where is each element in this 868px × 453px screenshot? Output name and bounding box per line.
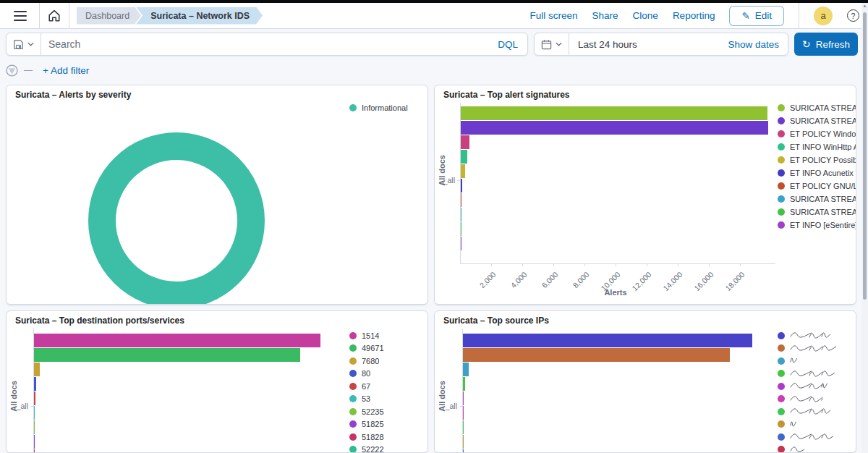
avatar[interactable]: a bbox=[814, 7, 833, 25]
bar-segment[interactable] bbox=[34, 363, 40, 376]
legend-item[interactable] bbox=[778, 368, 856, 381]
scroll-up-arrow-icon[interactable]: ▲ bbox=[861, 4, 868, 8]
filter-icon[interactable] bbox=[6, 64, 18, 77]
legend-item[interactable] bbox=[778, 405, 856, 418]
bar-segment[interactable] bbox=[34, 406, 35, 420]
legend-item[interactable]: 1514 bbox=[349, 329, 427, 342]
refresh-icon: ↻ bbox=[802, 38, 811, 50]
calendar-icon bbox=[541, 39, 552, 50]
panel-title[interactable]: Suricata – Top source IPs bbox=[435, 311, 856, 326]
legend-item[interactable]: ET POLICY Possible... bbox=[778, 153, 856, 166]
show-dates-link[interactable]: Show dates bbox=[728, 39, 779, 50]
bar-segment[interactable] bbox=[463, 449, 464, 453]
legend-item[interactable] bbox=[778, 418, 856, 431]
bar-segment[interactable] bbox=[34, 334, 320, 347]
bar-segment[interactable] bbox=[34, 377, 36, 391]
legend-item[interactable]: 7680 bbox=[349, 355, 427, 368]
full-screen-link[interactable]: Full screen bbox=[530, 10, 578, 21]
legend-dot bbox=[778, 104, 785, 111]
search-input[interactable] bbox=[41, 38, 498, 50]
legend-item[interactable] bbox=[778, 329, 856, 342]
bar-segment[interactable] bbox=[463, 363, 469, 376]
legend-dot bbox=[778, 117, 785, 124]
breadcrumb-current-dashboard[interactable]: Suricata – Network IDS bbox=[136, 7, 263, 25]
breadcrumb-dashboard[interactable]: Dashboard bbox=[77, 7, 141, 25]
bar-segment[interactable] bbox=[461, 121, 768, 135]
bar-segment[interactable] bbox=[463, 348, 730, 362]
bar-segment[interactable] bbox=[463, 435, 464, 449]
calendar-button[interactable] bbox=[535, 33, 569, 55]
panel-title[interactable]: Suricata – Alerts by severity bbox=[7, 85, 427, 100]
x-axis-title: Alerts bbox=[460, 288, 771, 297]
panel-title[interactable]: Suricata – Top destination ports/service… bbox=[7, 311, 427, 326]
bar-segment[interactable] bbox=[461, 237, 461, 250]
bar-segment[interactable] bbox=[461, 193, 461, 207]
reporting-link[interactable]: Reporting bbox=[673, 10, 715, 21]
bar-segment[interactable] bbox=[461, 150, 467, 164]
legend-label: 52222 bbox=[362, 445, 384, 453]
bar-segment[interactable] bbox=[34, 435, 35, 449]
bar-segment[interactable] bbox=[463, 391, 464, 405]
legend-item[interactable] bbox=[778, 393, 856, 406]
save-query-icon bbox=[13, 39, 24, 50]
scrollbar-thumb[interactable] bbox=[863, 12, 867, 300]
bar-segment[interactable] bbox=[461, 222, 461, 236]
legend-item[interactable]: 80 bbox=[349, 368, 427, 381]
legend-item[interactable]: ET INFO Acunetix W... bbox=[778, 166, 856, 179]
breadcrumb: Dashboard Suricata – Network IDS bbox=[77, 7, 263, 25]
legend-item[interactable]: 52235 bbox=[349, 405, 427, 418]
legend-item[interactable]: 51825 bbox=[349, 418, 427, 431]
bar-segment[interactable] bbox=[461, 135, 469, 149]
legend-item[interactable]: 49671 bbox=[349, 342, 427, 355]
legend-item[interactable]: ET INFO WinHttp Au... bbox=[778, 140, 856, 153]
help-icon[interactable]: ? bbox=[847, 9, 859, 22]
bar-segment[interactable] bbox=[463, 334, 752, 347]
legend-dot bbox=[349, 332, 357, 339]
x-axis-tick bbox=[522, 263, 523, 266]
clone-link[interactable]: Clone bbox=[633, 10, 658, 21]
legend-item[interactable]: SURICATA STREAM ... bbox=[778, 114, 856, 127]
bar-segment[interactable] bbox=[34, 348, 300, 362]
bar-segment[interactable] bbox=[463, 420, 464, 434]
bar-segment[interactable] bbox=[34, 449, 35, 453]
dql-language-button[interactable]: DQL bbox=[498, 39, 518, 50]
edit-button[interactable]: ✎ Edit bbox=[729, 6, 784, 26]
legend-item[interactable] bbox=[778, 444, 856, 453]
chevron-down-icon bbox=[556, 42, 562, 46]
home-icon[interactable] bbox=[44, 6, 64, 26]
legend-item[interactable]: 51828 bbox=[349, 431, 427, 444]
legend-item[interactable]: SURICATA STREAM ... bbox=[778, 192, 856, 206]
add-filter-link[interactable]: + Add filter bbox=[43, 65, 89, 76]
legend-item[interactable]: ET INFO [eSentire] ... bbox=[778, 219, 856, 232]
share-link[interactable]: Share bbox=[592, 10, 618, 21]
legend-item[interactable] bbox=[778, 342, 856, 355]
legend-item[interactable]: Informational bbox=[349, 101, 427, 114]
bar-segment[interactable] bbox=[34, 420, 35, 434]
bar-segment[interactable] bbox=[463, 377, 465, 391]
legend-item[interactable]: ET POLICY GNU/Lin... bbox=[778, 179, 856, 192]
legend-label: ET POLICY Window... bbox=[790, 130, 856, 138]
refresh-button[interactable]: ↻ Refresh bbox=[794, 33, 858, 56]
redacted-label-scribble bbox=[790, 420, 796, 429]
panel-title[interactable]: Suricata – Top alert signatures bbox=[435, 85, 856, 100]
bar-segment[interactable] bbox=[461, 179, 462, 192]
legend-item[interactable]: ET POLICY Window... bbox=[778, 127, 856, 140]
donut-ring[interactable] bbox=[88, 132, 265, 305]
menu-icon[interactable] bbox=[12, 7, 29, 25]
legend-label: ET INFO WinHttp Au... bbox=[790, 143, 856, 151]
legend-item[interactable]: 53 bbox=[349, 393, 427, 406]
legend-item[interactable]: 52222 bbox=[349, 444, 427, 453]
bar-segment[interactable] bbox=[461, 164, 465, 178]
legend-item[interactable]: 67 bbox=[349, 380, 427, 393]
bar-segment[interactable] bbox=[461, 208, 461, 221]
legend-item[interactable] bbox=[778, 355, 856, 368]
bar-segment[interactable] bbox=[463, 406, 464, 420]
legend-item[interactable]: SURICATA STREAM ... bbox=[778, 101, 856, 114]
legend-item[interactable]: SURICATA STREAM ... bbox=[778, 206, 856, 219]
time-range-label[interactable]: Last 24 hours bbox=[578, 39, 637, 50]
legend-item[interactable] bbox=[778, 431, 856, 444]
saved-query-button[interactable] bbox=[7, 33, 41, 55]
bar-segment[interactable] bbox=[461, 106, 767, 120]
bar-segment[interactable] bbox=[34, 391, 35, 405]
legend-item[interactable] bbox=[778, 380, 856, 393]
